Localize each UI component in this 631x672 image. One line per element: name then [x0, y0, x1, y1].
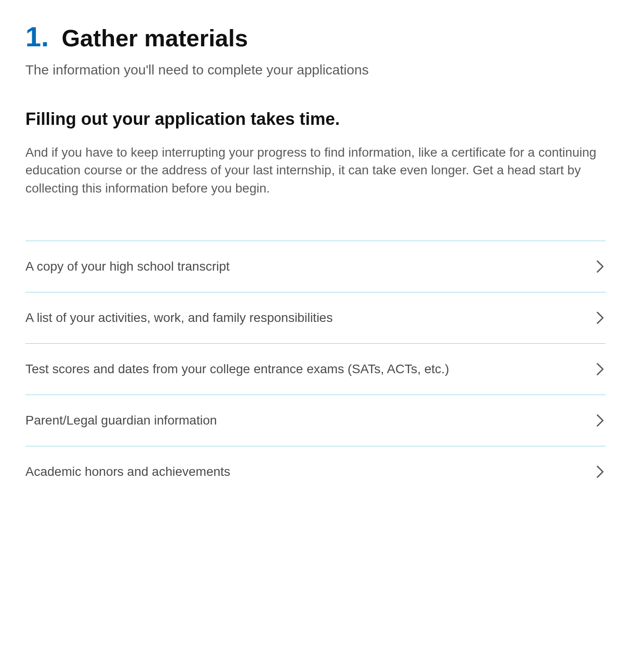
accordion-item-test-scores[interactable]: Test scores and dates from your college …: [25, 343, 606, 395]
page-heading: Gather materials: [62, 25, 248, 51]
accordion-item-honors[interactable]: Academic honors and achievements: [25, 446, 606, 497]
accordion-item-transcript[interactable]: A copy of your high school transcript: [25, 241, 606, 292]
page-title-row: 1. Gather materials: [25, 23, 606, 51]
chevron-right-icon: [595, 364, 606, 375]
chevron-right-icon: [595, 415, 606, 426]
chevron-right-icon: [595, 312, 606, 323]
section-body: And if you have to keep interrupting you…: [25, 143, 606, 197]
accordion-label: A list of your activities, work, and fam…: [25, 311, 595, 325]
section-heading: Filling out your application takes time.: [25, 109, 606, 129]
step-number: 1.: [25, 23, 49, 51]
chevron-right-icon: [595, 261, 606, 272]
accordion-label: Test scores and dates from your college …: [25, 362, 595, 376]
accordion-item-guardian[interactable]: Parent/Legal guardian information: [25, 395, 606, 446]
chevron-right-icon: [595, 466, 606, 477]
accordion-list: A copy of your high school transcript A …: [25, 241, 606, 497]
accordion-label: Parent/Legal guardian information: [25, 413, 595, 428]
accordion-item-activities[interactable]: A list of your activities, work, and fam…: [25, 292, 606, 343]
accordion-label: Academic honors and achievements: [25, 464, 595, 479]
accordion-label: A copy of your high school transcript: [25, 259, 595, 274]
page-subtitle: The information you'll need to complete …: [25, 62, 606, 78]
